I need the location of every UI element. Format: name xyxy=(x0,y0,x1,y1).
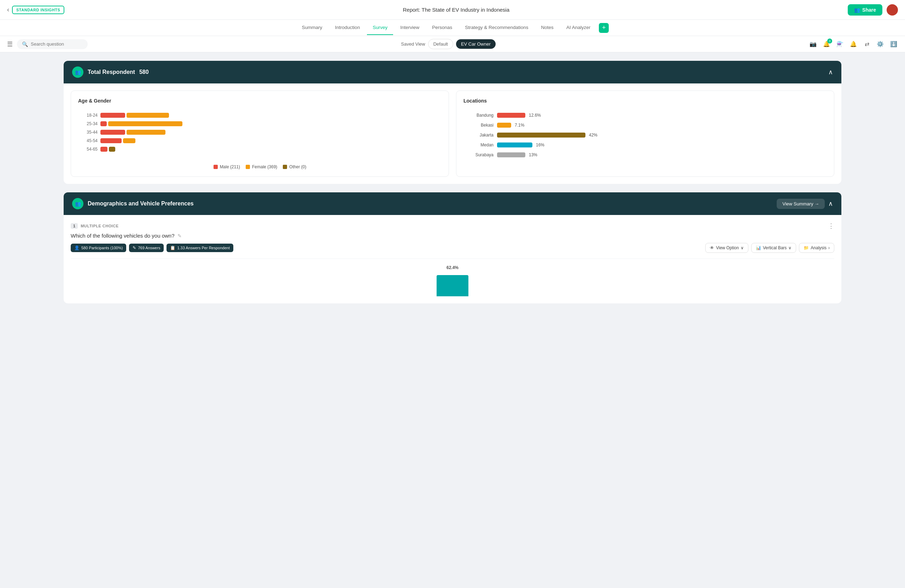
location-label-medan: Medan xyxy=(470,143,494,148)
legend-other: Other (0) xyxy=(283,164,306,169)
add-tab-button[interactable]: + xyxy=(599,23,609,33)
vertical-bars-button[interactable]: 📊 Vertical Bars ∨ xyxy=(751,243,796,253)
age-label-25-34: 25-34 xyxy=(85,121,98,126)
collapse-button[interactable]: ∧ xyxy=(828,68,833,76)
search-box: 🔍 xyxy=(17,39,88,49)
location-row-surabaya: Surabaya 13% xyxy=(470,153,820,157)
edit-icon[interactable]: ✎ xyxy=(178,233,182,239)
demographics-header: 👥 Demographics and Vehicle Preferences V… xyxy=(64,192,841,215)
location-pct-surabaya: 13% xyxy=(529,153,537,157)
search-icon: 🔍 xyxy=(22,41,28,47)
logo-button[interactable]: STANDARD INSIGHTS xyxy=(12,6,64,14)
swap-icon[interactable]: ⇄ xyxy=(862,40,871,48)
demo-collapse-button[interactable]: ∧ xyxy=(828,200,833,208)
menu-button[interactable]: ☰ xyxy=(7,40,13,48)
view-summary-button[interactable]: View Summary → xyxy=(777,199,825,209)
preview-bar xyxy=(437,275,468,296)
chevron-down-icon: ∨ xyxy=(741,245,744,250)
bell-icon[interactable]: 🔔 xyxy=(849,40,857,48)
total-respondent-count: 580 xyxy=(139,69,149,75)
question-menu-button[interactable]: ⋮ xyxy=(828,222,834,230)
analysis-button[interactable]: 📁 Analysis › xyxy=(799,243,834,253)
age-label-35-44: 35-44 xyxy=(85,130,98,135)
nav-item-strategy[interactable]: Strategy & Recommendations xyxy=(459,21,534,35)
demographics-section: 👥 Demographics and Vehicle Preferences V… xyxy=(64,192,841,304)
eye-icon: 👁 xyxy=(710,245,714,250)
nav-item-summary[interactable]: Summary xyxy=(296,21,328,35)
question-number: 1 xyxy=(71,223,78,229)
analysis-icon: 📁 xyxy=(803,245,809,250)
locations-chart: Bandung 12.6% Bekasi 7.1% Jakarta 42% xyxy=(464,109,827,166)
respondent-icon: 👥 xyxy=(72,67,83,78)
age-gender-title: Age & Gender xyxy=(78,98,441,103)
location-row-bekasi: Bekasi 7.1% xyxy=(470,123,820,128)
location-row-bandung: Bandung 12.6% xyxy=(470,113,820,118)
location-pct-bekasi: 7.1% xyxy=(515,123,524,128)
default-view-button[interactable]: Default xyxy=(428,39,453,49)
per-respondent-icon: 📋 xyxy=(170,245,175,250)
legend-male: Male (211) xyxy=(214,164,240,169)
location-pct-jakarta: 42% xyxy=(589,133,597,138)
age-legend: Male (211) Female (369) Other (0) xyxy=(78,164,441,169)
age-gender-card: Age & Gender 18-24 25-34 xyxy=(71,91,449,177)
nav-item-ai-analyzer[interactable]: AI Analyzer xyxy=(560,21,596,35)
nav-item-personas[interactable]: Personas xyxy=(426,21,458,35)
search-input[interactable] xyxy=(31,41,83,47)
view-option-button[interactable]: 👁 View Option ∨ xyxy=(705,243,748,253)
total-respondent-title: Total Respondent xyxy=(88,69,135,75)
filter-icon[interactable]: 🔔 3 xyxy=(822,40,831,48)
question-type: MULTIPLE CHOICE xyxy=(81,224,119,228)
age-row-35-44: 35-44 xyxy=(85,130,435,135)
nav-item-survey[interactable]: Survey xyxy=(367,21,393,35)
legend-female: Female (369) xyxy=(246,164,277,169)
toolbar-center: Saved View Default EV Car Owner xyxy=(92,39,805,49)
total-respondent-section: 👥 Total Respondent 580 ∧ Age & Gender 18… xyxy=(64,61,841,184)
ev-car-owner-view-button[interactable]: EV Car Owner xyxy=(456,39,495,49)
back-button[interactable]: ‹ xyxy=(7,6,9,13)
age-row-18-24: 18-24 xyxy=(85,113,435,118)
settings-icon[interactable]: ⚙️ xyxy=(876,40,884,48)
avatar[interactable] xyxy=(887,4,898,16)
saved-view-label: Saved View xyxy=(401,41,425,47)
funnel-icon[interactable]: ⚗️ xyxy=(836,40,844,48)
stat-participants: 👤 580 Participants (100%) xyxy=(71,244,126,252)
toolbar: ☰ 🔍 Saved View Default EV Car Owner 📷 🔔 … xyxy=(0,36,905,52)
question-container: 1 MULTIPLE CHOICE ⋮ Which of the followi… xyxy=(64,215,841,304)
stat-answers: ✎ 769 Answers xyxy=(129,244,164,252)
participants-icon: 👤 xyxy=(74,245,79,250)
bar-chart-preview xyxy=(71,272,834,296)
toolbar-icons: 📷 🔔 3 ⚗️ 🔔 ⇄ ⚙️ ⬇️ xyxy=(809,40,898,48)
locations-card: Locations Bandung 12.6% Bekasi 7.1% Jaka… xyxy=(456,91,834,177)
header-left: 👥 Total Respondent 580 xyxy=(72,67,149,78)
location-label-bandung: Bandung xyxy=(470,113,494,118)
question-stats: 👤 580 Participants (100%) ✎ 769 Answers … xyxy=(71,244,233,252)
share-button[interactable]: 👥 Share xyxy=(848,4,882,16)
report-title: Report: The State of EV Industry in Indo… xyxy=(64,7,848,13)
age-label-18-24: 18-24 xyxy=(85,113,98,118)
demo-icon: 👥 xyxy=(72,198,83,209)
bar-preview-item xyxy=(437,275,468,296)
age-label-45-54: 45-54 xyxy=(85,138,98,143)
chart-preview-area: 62.4% xyxy=(71,259,834,296)
age-row-54-65: 54-65 xyxy=(85,147,435,152)
nav-item-interview[interactable]: Interview xyxy=(395,21,425,35)
location-row-medan: Medan 16% xyxy=(470,143,820,148)
nav-bar: Summary Introduction Survey Interview Pe… xyxy=(0,20,905,36)
bar-chart-icon: 📊 xyxy=(756,245,761,250)
camera-icon[interactable]: 📷 xyxy=(809,40,817,48)
charts-container: Age & Gender 18-24 25-34 xyxy=(64,83,841,184)
demo-header-right: View Summary → ∧ xyxy=(777,199,833,209)
chevron-right-icon: › xyxy=(828,245,830,250)
age-row-45-54: 45-54 xyxy=(85,138,435,143)
location-label-surabaya: Surabaya xyxy=(470,153,494,157)
age-chart: 18-24 25-34 35-44 xyxy=(78,109,441,159)
nav-item-introduction[interactable]: Introduction xyxy=(329,21,366,35)
demographics-title: Demographics and Vehicle Preferences xyxy=(88,200,194,207)
chart-pct-label: 62.4% xyxy=(71,264,834,270)
stats-row: 👤 580 Participants (100%) ✎ 769 Answers … xyxy=(71,243,834,253)
download-icon[interactable]: ⬇️ xyxy=(889,40,898,48)
location-row-jakarta: Jakarta 42% xyxy=(470,133,820,138)
share-icon: 👥 xyxy=(854,7,860,13)
question-meta: 1 MULTIPLE CHOICE ⋮ xyxy=(71,222,834,230)
nav-item-notes[interactable]: Notes xyxy=(535,21,559,35)
